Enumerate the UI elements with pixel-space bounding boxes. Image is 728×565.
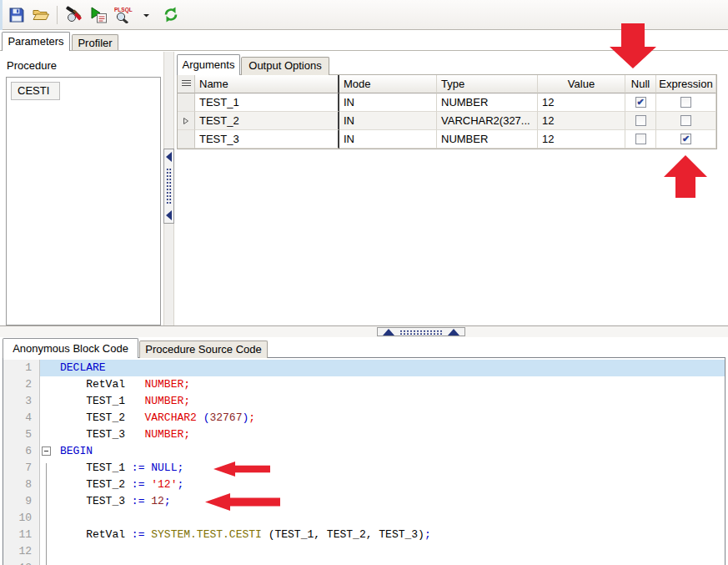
code-line: 13: [3, 560, 725, 565]
cell-expression: [656, 93, 716, 112]
line-number: 12: [3, 543, 40, 560]
code-line: 8 TEST_2 := '12';: [3, 477, 725, 493]
tab-parameters[interactable]: Parameters: [2, 32, 70, 51]
horizontal-splitter[interactable]: [0, 326, 728, 337]
line-number: 2: [3, 376, 40, 393]
code-text: RetVal := SYSTEM.TEST.CESTI (TEST_1, TES…: [52, 527, 725, 543]
toolbar: PLSQL: [0, 0, 728, 30]
fold-gutter: [40, 443, 52, 460]
dropdown-icon[interactable]: [135, 3, 158, 26]
code-line: 12: [3, 543, 725, 560]
code-text: TEST_2 := '12';: [52, 477, 725, 493]
cell-value[interactable]: 12: [538, 93, 625, 112]
fold-collapse-icon[interactable]: [42, 446, 51, 456]
cell-value[interactable]: 12: [538, 112, 625, 130]
collapse-left-icon: [166, 152, 172, 162]
code-text: DECLARE: [52, 360, 725, 376]
run-test-icon[interactable]: [87, 3, 109, 26]
column-header-value[interactable]: Value: [538, 75, 625, 93]
code-text: RetVal NUMBER;: [52, 376, 725, 393]
open-folder-icon[interactable]: [29, 3, 52, 26]
grid-properties-button[interactable]: [178, 75, 195, 93]
null-checkbox[interactable]: [635, 115, 646, 126]
line-number: 5: [3, 426, 40, 443]
line-number: 11: [3, 527, 40, 543]
annotation-arrow-down-icon: [610, 23, 656, 68]
splitter-grip-dots: [399, 330, 443, 335]
cell-value[interactable]: 12: [538, 130, 625, 149]
line-number: 13: [3, 560, 40, 565]
table-row[interactable]: TEST_2INVARCHAR2(327...12: [178, 112, 716, 130]
code-text: [52, 510, 725, 527]
line-number: 10: [3, 510, 40, 527]
table-row[interactable]: TEST_1INNUMBER12✔: [178, 93, 716, 112]
column-header-expression[interactable]: Expression: [656, 75, 716, 93]
code-text: TEST_3 := 12;: [52, 493, 725, 510]
tab-anonymous-block-code[interactable]: Anonymous Block Code: [3, 338, 138, 358]
grid-menu-icon: [182, 80, 191, 88]
code-line: 9 TEST_3 := 12;: [3, 493, 725, 510]
row-indicator[interactable]: [178, 130, 195, 149]
cell-mode: IN: [339, 130, 437, 149]
row-indicator[interactable]: [178, 112, 195, 130]
code-text: [52, 543, 725, 560]
horizontal-splitter-grip[interactable]: [377, 327, 465, 336]
cell-expression: ✔: [656, 130, 716, 149]
code-line: 10: [3, 510, 725, 527]
grid-header-row: Name Mode Type Value Null Expression: [178, 75, 716, 93]
code-line: 1DECLARE: [3, 360, 725, 376]
window-edge: [0, 0, 3, 30]
code-line: 2 RetVal NUMBER;: [3, 376, 725, 393]
null-checkbox[interactable]: [635, 134, 646, 144]
line-number: 1: [3, 360, 40, 376]
procedure-item-cesti[interactable]: CESTI: [11, 82, 60, 100]
fold-gutter: [40, 376, 52, 393]
tab-underline: [0, 50, 728, 51]
toolbar-separator: [57, 6, 58, 24]
collapse-up-icon: [448, 329, 459, 335]
fold-gutter: [40, 426, 52, 443]
expression-checkbox[interactable]: [680, 115, 691, 126]
expression-checkbox[interactable]: [680, 97, 691, 108]
cell-name: TEST_2: [195, 112, 339, 130]
line-number: 6: [3, 443, 40, 460]
annotation-arrow-up-icon: [664, 155, 707, 198]
cell-mode: IN: [339, 93, 437, 112]
tab-arguments[interactable]: Arguments: [177, 54, 240, 75]
refresh-icon[interactable]: [159, 3, 182, 26]
cell-null: [625, 112, 656, 130]
code-text: [52, 560, 725, 565]
code-lines: 1DECLARE2 RetVal NUMBER;3 TEST_1 NUMBER;…: [3, 360, 725, 565]
column-header-type[interactable]: Type: [437, 75, 538, 93]
line-number: 4: [3, 410, 40, 426]
fold-scope-line: [46, 463, 47, 565]
tab-procedure-source-code[interactable]: Procedure Source Code: [139, 341, 268, 358]
column-header-mode[interactable]: Mode: [339, 75, 437, 93]
code-line: 6BEGIN: [3, 443, 725, 460]
cell-name: TEST_1: [195, 93, 339, 112]
code-line: 5 TEST_3 NUMBER;: [3, 426, 725, 443]
code-line: 7 TEST_1 := NULL;: [3, 460, 725, 477]
null-checkbox[interactable]: ✔: [635, 97, 646, 108]
row-indicator[interactable]: [178, 93, 195, 112]
procedure-list[interactable]: CESTI: [6, 77, 161, 325]
collapse-up-icon: [383, 329, 394, 335]
table-row[interactable]: TEST_3INNUMBER12✔: [178, 130, 716, 149]
code-line: 11 RetVal := SYSTEM.TEST.CESTI (TEST_1, …: [3, 527, 725, 543]
expression-checkbox[interactable]: ✔: [680, 134, 691, 144]
vertical-splitter-grip[interactable]: [163, 149, 174, 224]
test-window: PLSQL Parameters Profiler Procedure CEST…: [0, 0, 728, 565]
collapse-left-icon: [166, 210, 172, 220]
tab-output-options[interactable]: Output Options: [241, 57, 329, 75]
column-header-name[interactable]: Name: [195, 75, 339, 93]
save-icon[interactable]: [5, 3, 28, 26]
fold-gutter: [40, 410, 52, 426]
line-number: 3: [3, 393, 40, 410]
tab-profiler[interactable]: Profiler: [72, 34, 118, 51]
test-settings-icon[interactable]: [63, 3, 85, 26]
cell-mode: IN: [339, 112, 437, 130]
code-editor[interactable]: 1DECLARE2 RetVal NUMBER;3 TEST_1 NUMBER;…: [3, 357, 725, 565]
column-header-null[interactable]: Null: [625, 75, 656, 93]
cell-null: ✔: [625, 93, 656, 112]
plsql-find-icon[interactable]: PLSQL: [111, 3, 133, 26]
